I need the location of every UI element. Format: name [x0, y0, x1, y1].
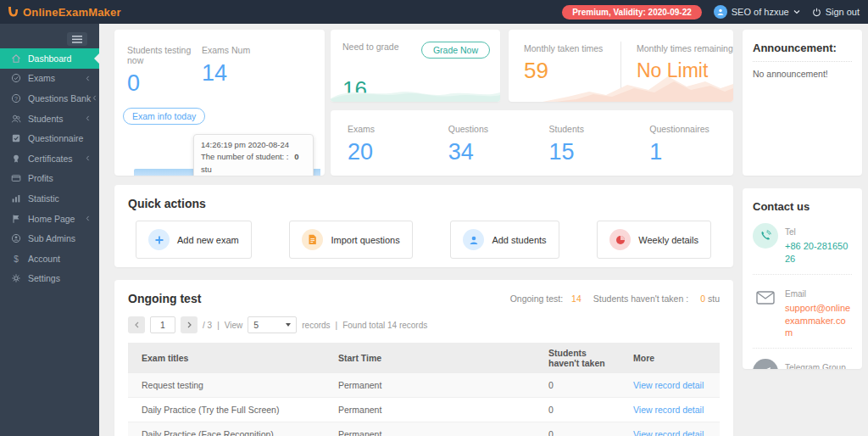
hamburger-icon: [72, 36, 82, 43]
contact-email-item: Email support@onlineexammaker.com: [753, 275, 852, 349]
chevron-left-icon: [84, 215, 92, 222]
email-value[interactable]: support@onlineexammaker.com: [785, 302, 852, 340]
view-label: View: [225, 321, 243, 330]
flag-icon: [11, 214, 21, 224]
table-row[interactable]: Request testing Permanent 0 View record …: [128, 373, 720, 398]
contact-us-card: Contact us Tel +86 20-28165026 Email sup…: [743, 188, 862, 369]
bar-chart-icon: [11, 193, 21, 204]
sidebar-collapse-button[interactable]: [67, 32, 87, 46]
chevron-down-icon: [793, 9, 800, 14]
pie-chart-icon: [609, 229, 631, 250]
exam-info-today-button[interactable]: Exam info today: [123, 108, 205, 125]
page-total: / 3: [203, 321, 212, 330]
col-start-time: Start Time: [325, 343, 535, 373]
sidebar-item-dashboard[interactable]: Dashboard: [0, 48, 99, 69]
person-icon: [463, 229, 484, 250]
sidebar-item-exams[interactable]: Exams: [0, 69, 99, 89]
tel-label: Tel: [785, 227, 796, 237]
table-row[interactable]: Daily Practice (Face Recognition) Perman…: [128, 422, 720, 436]
col-not-taken: Students haven't taken: [535, 343, 620, 373]
exams-total-value: 20: [348, 139, 431, 165]
ongoing-test-stats: Ongoing test: 14 Students haven't taken …: [510, 293, 720, 304]
power-icon: [812, 8, 821, 17]
monthly-card: Monthly taken times 59 Monthly times rem…: [509, 30, 733, 102]
sidebar-item-account[interactable]: Account: [0, 249, 99, 269]
students-testing-value: 0: [127, 70, 202, 97]
not-taken-count: 0: [700, 293, 705, 304]
tel-value[interactable]: +86 20-28165026: [785, 240, 852, 266]
grade-now-button[interactable]: Grade Now: [421, 42, 490, 59]
exams-num-value: 14: [202, 60, 303, 87]
announcement-card: Announcement: No announcement!: [743, 30, 862, 176]
chevron-left-icon: [84, 154, 92, 162]
chevron-left-icon: [84, 115, 92, 122]
user-name: SEO of hzxue: [732, 7, 789, 17]
home-icon: [11, 53, 21, 64]
select-caret-icon: [286, 323, 291, 327]
per-page-select[interactable]: 5: [248, 316, 297, 333]
user-circle-icon: [11, 233, 21, 243]
sidebar-item-certificates[interactable]: Certificates: [0, 148, 99, 169]
view-record-detail-link[interactable]: View record detail: [633, 405, 704, 415]
sidebar-item-students[interactable]: Students: [0, 109, 99, 129]
students-testing-label: Students testing now: [127, 45, 202, 65]
ongoing-test-table: Exam titles Start Time Students haven't …: [128, 343, 720, 436]
view-record-detail-link[interactable]: View record detail: [633, 380, 704, 390]
user-menu[interactable]: SEO of hzxue: [714, 5, 800, 19]
app-root: OnlineExamMaker Premium, Validity: 2020-…: [0, 0, 868, 436]
page-number-input[interactable]: [150, 316, 175, 333]
questions-total-value: 34: [448, 139, 532, 165]
announcement-body: No announcement!: [753, 69, 852, 79]
brand[interactable]: OnlineExamMaker: [7, 5, 121, 20]
view-record-detail-link[interactable]: View record detail: [633, 429, 704, 436]
medal-icon: [11, 154, 21, 164]
monthly-remaining-label: Monthly times remaining: [637, 43, 733, 53]
email-label: Email: [785, 289, 806, 299]
contact-telegram-item: Telegram Group Join telegram Group: [753, 349, 852, 369]
import-questions-button[interactable]: Import questions: [289, 221, 412, 259]
ongoing-test-title: Ongoing test: [128, 292, 201, 305]
need-to-grade-label: Need to grade: [342, 42, 399, 52]
sidebar-item-questions-bank[interactable]: Questions Bank: [0, 88, 99, 109]
sidebar-item-settings[interactable]: Settings: [0, 269, 99, 289]
quick-actions-panel: Quick actions Add new exam Import questi…: [114, 185, 733, 267]
envelope-icon: [753, 285, 778, 310]
exams-num-label: Exams Num: [202, 45, 303, 55]
contact-us-title: Contact us: [753, 200, 852, 213]
questionnaires-total-value: 1: [649, 139, 733, 165]
students-total-value: 15: [549, 139, 633, 165]
monthly-wave-decoration: [509, 71, 733, 102]
sidebar-item-sub-admins[interactable]: Sub Admins: [0, 228, 99, 249]
pagination: / 3 | View 5 records | Found total 14 re…: [128, 316, 720, 333]
need-to-grade-card: Need to grade Grade Now 16: [331, 30, 500, 102]
gear-icon: [11, 273, 21, 283]
sidebar-item-profits[interactable]: Profits: [0, 169, 99, 189]
header-right: Premium, Validity: 2020-09-22 SEO of hzx…: [562, 5, 860, 20]
exams-total-label: Exams: [348, 124, 431, 134]
add-students-button[interactable]: Add students: [450, 221, 559, 259]
records-label: records: [302, 321, 330, 330]
col-exam-titles: Exam titles: [128, 343, 325, 373]
sidebar-item-questionnaire[interactable]: Questionnaire: [0, 128, 99, 148]
sidebar-item-statistic[interactable]: Statistic: [0, 188, 99, 209]
brand-logo-icon: [7, 5, 19, 20]
check-circle-icon: [11, 73, 21, 83]
table-header-row: Exam titles Start Time Students haven't …: [128, 343, 720, 373]
monthly-taken-label: Monthly taken times: [524, 43, 620, 53]
next-page-button[interactable]: [181, 316, 198, 333]
plus-icon: [148, 229, 170, 250]
signout-button[interactable]: Sign out: [812, 7, 860, 17]
quick-actions-title: Quick actions: [128, 197, 718, 210]
announcement-title: Announcement:: [753, 42, 852, 62]
add-new-exam-button[interactable]: Add new exam: [136, 221, 252, 259]
document-icon: [302, 229, 323, 250]
sidebar: Dashboard Exams Questions Bank Students …: [0, 24, 99, 436]
weekly-details-button[interactable]: Weekly details: [597, 221, 711, 259]
premium-validity-badge: Premium, Validity: 2020-09-22: [562, 5, 702, 20]
table-row[interactable]: Daily Practice (Try the Full Screen) Per…: [128, 398, 720, 422]
prev-page-button[interactable]: [128, 316, 145, 333]
tooltip-line: The number of student: : 0 stu: [201, 151, 306, 176]
sidebar-item-home-page[interactable]: Home Page: [0, 209, 99, 229]
telegram-icon: [753, 359, 778, 369]
phone-icon: [753, 223, 778, 249]
